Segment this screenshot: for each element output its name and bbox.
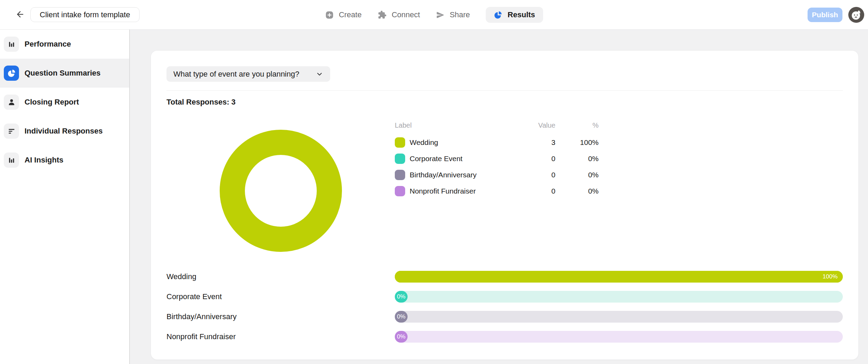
publish-button[interactable]: Publish: [808, 8, 842, 22]
bar-label: Nonprofit Fundraiser: [166, 332, 395, 341]
bar-label: Birthday/Anniversary: [166, 312, 395, 321]
legend-percent: 0%: [555, 187, 599, 195]
chevron-down-icon: [316, 70, 323, 78]
puzzle-icon: [378, 10, 387, 19]
legend-percent: 100%: [555, 138, 599, 147]
sidebar-item-label: Question Summaries: [25, 69, 101, 78]
legend-value: 3: [514, 138, 555, 147]
legend-row: Wedding3100%: [395, 134, 599, 150]
paper-plane-icon: [436, 11, 445, 19]
tab-connect[interactable]: Connect: [378, 10, 420, 19]
tab-label: Results: [508, 10, 535, 19]
bar-track: 0%: [395, 331, 843, 343]
sidebar-item-closing-report[interactable]: Closing Report: [0, 88, 129, 117]
sidebar-item-ai-insights[interactable]: AI Insights: [0, 146, 129, 175]
bar-chart-icon: [4, 153, 19, 168]
legend-label: Wedding: [410, 138, 514, 147]
tab-label: Create: [339, 10, 362, 19]
sidebar-item-label: AI Insights: [25, 156, 63, 165]
bar-track: 100%: [395, 271, 843, 283]
tab-create[interactable]: Create: [325, 10, 362, 19]
text-lines-icon: [4, 124, 19, 139]
topbar-right: Publish: [808, 7, 868, 23]
legend-value: 0: [514, 155, 555, 163]
bar-label: Wedding: [166, 272, 395, 281]
legend-row: Birthday/Anniversary00%: [395, 167, 599, 183]
person-icon: [4, 95, 19, 110]
form-title-pill[interactable]: Client intake form template: [30, 7, 140, 22]
bar-row: Corporate Event0%: [166, 291, 843, 303]
top-bar: Client intake form template CreateConnec…: [0, 0, 868, 30]
arrow-left-icon: [16, 10, 25, 20]
question-selector-value: What type of event are you planning?: [173, 70, 299, 79]
sidebar-item-question-summaries[interactable]: Question Summaries: [0, 59, 129, 88]
bar-chart-icon: [4, 37, 19, 52]
back-button[interactable]: [12, 7, 28, 22]
legend-row: Nonprofit Fundraiser00%: [395, 183, 599, 199]
bar-label: Corporate Event: [166, 292, 395, 301]
legend-percent: 0%: [555, 155, 599, 163]
workspace-tabs: CreateConnectShareResults: [325, 0, 543, 30]
pie-chart-icon: [4, 66, 19, 81]
legend-row: Corporate Event00%: [395, 150, 599, 167]
bar-row: Nonprofit Fundraiser0%: [166, 331, 843, 343]
legend-label: Corporate Event: [410, 155, 514, 163]
bar-track: 0%: [395, 291, 843, 303]
bar-row: Birthday/Anniversary0%: [166, 311, 843, 323]
bar-fill: 100%: [395, 271, 843, 283]
total-responses: Total Responses: 3: [166, 97, 843, 107]
chart-legend: Label Value % Wedding3100%Corporate Even…: [395, 121, 599, 252]
sidebar-item-label: Individual Responses: [25, 127, 103, 136]
bar-zero-pill: 0%: [395, 291, 408, 303]
sidebar-item-individual-responses[interactable]: Individual Responses: [0, 117, 129, 146]
pie-chart-icon: [494, 11, 503, 19]
legend-swatch: [395, 170, 405, 180]
donut-chart: [166, 121, 395, 252]
legend-col-value: Value: [514, 121, 555, 129]
donut-ring: [220, 130, 342, 252]
question-selector-dropdown[interactable]: What type of event are you planning?: [166, 66, 330, 82]
legend-value: 0: [514, 187, 555, 195]
main-content: What type of event are you planning? Tot…: [131, 30, 868, 364]
bar-chart: Wedding100%Corporate Event0%Birthday/Ann…: [166, 271, 843, 343]
chart-area: Label Value % Wedding3100%Corporate Even…: [166, 121, 843, 252]
tab-label: Connect: [392, 10, 420, 19]
bar-track: 0%: [395, 311, 843, 323]
legend-swatch: [395, 137, 405, 148]
legend-label: Birthday/Anniversary: [410, 171, 514, 179]
form-title: Client intake form template: [40, 10, 130, 19]
bar-row: Wedding100%: [166, 271, 843, 283]
legend-percent: 0%: [555, 171, 599, 179]
tab-results[interactable]: Results: [486, 7, 543, 23]
divider: [166, 90, 843, 91]
smiley-avatar-icon: [848, 7, 864, 23]
legend-header: Label Value %: [395, 121, 599, 129]
question-summary-card: What type of event are you planning? Tot…: [151, 51, 858, 360]
bar-zero-pill: 0%: [395, 331, 408, 343]
bar-zero-pill: 0%: [395, 311, 408, 323]
legend-swatch: [395, 186, 405, 196]
legend-swatch: [395, 154, 405, 164]
results-sidebar: PerformanceQuestion SummariesClosing Rep…: [0, 30, 130, 364]
tab-share[interactable]: Share: [436, 10, 470, 19]
legend-value: 0: [514, 171, 555, 179]
legend-rows: Wedding3100%Corporate Event00%Birthday/A…: [395, 134, 599, 199]
sidebar-item-label: Closing Report: [25, 98, 79, 107]
sidebar-item-performance[interactable]: Performance: [0, 30, 129, 59]
legend-col-percent: %: [555, 121, 599, 129]
tab-label: Share: [450, 10, 470, 19]
avatar[interactable]: [848, 7, 864, 23]
legend-col-label: Label: [395, 121, 514, 129]
plus-square-icon: [325, 11, 334, 19]
sidebar-item-label: Performance: [25, 40, 71, 49]
legend-label: Nonprofit Fundraiser: [410, 187, 514, 195]
